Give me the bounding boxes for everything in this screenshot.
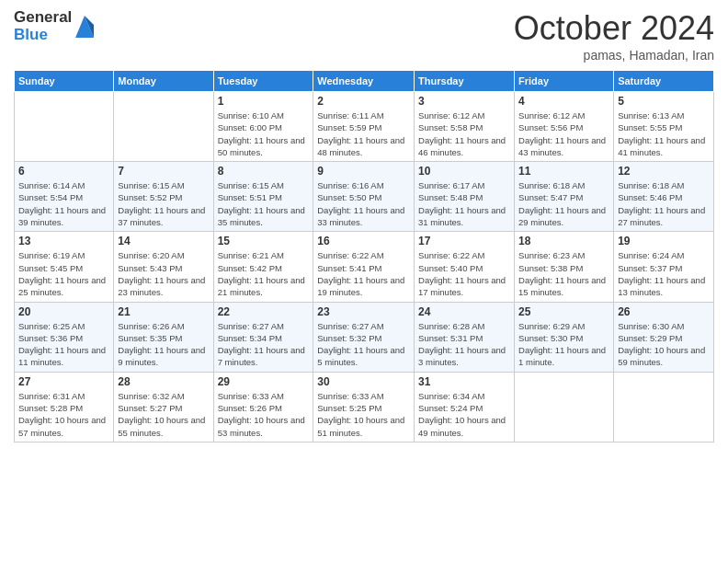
day-number: 18 — [518, 235, 609, 247]
calendar-cell: 3Sunrise: 6:12 AM Sunset: 5:58 PM Daylig… — [415, 92, 515, 162]
day-number: 25 — [518, 305, 609, 318]
logo-icon — [74, 12, 96, 38]
day-number: 24 — [418, 305, 510, 318]
day-detail: Sunrise: 6:27 AM Sunset: 5:34 PM Dayligh… — [218, 321, 305, 368]
day-number: 1 — [218, 95, 310, 108]
day-detail: Sunrise: 6:31 AM Sunset: 5:28 PM Dayligh… — [18, 391, 106, 438]
day-number: 12 — [618, 165, 710, 178]
day-number: 28 — [118, 375, 209, 388]
calendar-cell: 11Sunrise: 6:18 AM Sunset: 5:47 PM Dayli… — [515, 162, 614, 232]
calendar-cell: 15Sunrise: 6:21 AM Sunset: 5:42 PM Dayli… — [213, 232, 313, 302]
calendar-cell: 25Sunrise: 6:29 AM Sunset: 5:30 PM Dayli… — [515, 302, 614, 372]
calendar-header-cell: Friday — [515, 71, 614, 92]
day-number: 21 — [118, 305, 209, 318]
day-detail: Sunrise: 6:15 AM Sunset: 5:51 PM Dayligh… — [218, 180, 305, 227]
calendar-cell: 13Sunrise: 6:19 AM Sunset: 5:45 PM Dayli… — [15, 232, 114, 302]
day-number: 26 — [618, 305, 710, 318]
calendar-cell: 10Sunrise: 6:17 AM Sunset: 5:48 PM Dayli… — [415, 162, 515, 232]
logo-text: General Blue — [14, 9, 72, 43]
day-detail: Sunrise: 6:25 AM Sunset: 5:36 PM Dayligh… — [18, 321, 106, 368]
calendar-cell: 5Sunrise: 6:13 AM Sunset: 5:55 PM Daylig… — [614, 92, 714, 162]
day-number: 19 — [618, 235, 710, 247]
day-detail: Sunrise: 6:10 AM Sunset: 6:00 PM Dayligh… — [218, 110, 305, 157]
day-detail: Sunrise: 6:22 AM Sunset: 5:40 PM Dayligh… — [418, 250, 506, 297]
calendar-cell: 27Sunrise: 6:31 AM Sunset: 5:28 PM Dayli… — [15, 372, 114, 442]
day-number: 29 — [218, 375, 310, 388]
calendar-week-row: 1Sunrise: 6:10 AM Sunset: 6:00 PM Daylig… — [15, 92, 714, 162]
calendar-cell: 21Sunrise: 6:26 AM Sunset: 5:35 PM Dayli… — [114, 302, 213, 372]
calendar-cell: 14Sunrise: 6:20 AM Sunset: 5:43 PM Dayli… — [114, 232, 213, 302]
calendar-header-cell: Thursday — [415, 71, 515, 92]
day-detail: Sunrise: 6:32 AM Sunset: 5:27 PM Dayligh… — [118, 391, 205, 438]
day-number: 9 — [317, 165, 410, 178]
day-detail: Sunrise: 6:24 AM Sunset: 5:37 PM Dayligh… — [618, 250, 705, 297]
day-number: 4 — [518, 95, 609, 108]
calendar-cell: 9Sunrise: 6:16 AM Sunset: 5:50 PM Daylig… — [313, 162, 415, 232]
day-number: 10 — [418, 165, 510, 178]
day-number: 13 — [18, 235, 109, 247]
day-detail: Sunrise: 6:16 AM Sunset: 5:50 PM Dayligh… — [317, 180, 404, 227]
day-number: 7 — [118, 165, 209, 178]
day-number: 30 — [317, 375, 410, 388]
calendar-header-cell: Monday — [114, 71, 213, 92]
calendar-cell: 12Sunrise: 6:18 AM Sunset: 5:46 PM Dayli… — [614, 162, 714, 232]
calendar-cell: 7Sunrise: 6:15 AM Sunset: 5:52 PM Daylig… — [114, 162, 213, 232]
day-number: 22 — [218, 305, 310, 318]
month-title: October 2024 — [514, 9, 714, 48]
calendar-header-cell: Wednesday — [313, 71, 415, 92]
calendar-cell: 26Sunrise: 6:30 AM Sunset: 5:29 PM Dayli… — [614, 302, 714, 372]
day-detail: Sunrise: 6:21 AM Sunset: 5:42 PM Dayligh… — [218, 250, 305, 297]
calendar-header-cell: Sunday — [15, 71, 114, 92]
calendar-week-row: 20Sunrise: 6:25 AM Sunset: 5:36 PM Dayli… — [15, 302, 714, 372]
day-number: 2 — [317, 95, 410, 108]
day-number: 5 — [618, 95, 710, 108]
calendar-week-row: 6Sunrise: 6:14 AM Sunset: 5:54 PM Daylig… — [15, 162, 714, 232]
calendar-cell: 20Sunrise: 6:25 AM Sunset: 5:36 PM Dayli… — [15, 302, 114, 372]
calendar-cell — [114, 92, 213, 162]
day-number: 15 — [218, 235, 310, 247]
logo-general: General — [14, 9, 72, 27]
calendar-cell: 23Sunrise: 6:27 AM Sunset: 5:32 PM Dayli… — [313, 302, 415, 372]
calendar-cell: 1Sunrise: 6:10 AM Sunset: 6:00 PM Daylig… — [213, 92, 313, 162]
day-detail: Sunrise: 6:14 AM Sunset: 5:54 PM Dayligh… — [18, 180, 106, 227]
logo-blue: Blue — [14, 27, 72, 44]
title-area: October 2024 pamas, Hamadan, Iran — [514, 9, 714, 63]
calendar-cell — [515, 372, 614, 442]
day-detail: Sunrise: 6:20 AM Sunset: 5:43 PM Dayligh… — [118, 250, 205, 297]
calendar-week-row: 13Sunrise: 6:19 AM Sunset: 5:45 PM Dayli… — [15, 232, 714, 302]
day-number: 17 — [418, 235, 510, 247]
calendar-cell — [614, 372, 714, 442]
calendar-body: 1Sunrise: 6:10 AM Sunset: 6:00 PM Daylig… — [15, 92, 714, 442]
calendar-cell — [15, 92, 114, 162]
day-detail: Sunrise: 6:28 AM Sunset: 5:31 PM Dayligh… — [418, 321, 506, 368]
calendar-cell: 19Sunrise: 6:24 AM Sunset: 5:37 PM Dayli… — [614, 232, 714, 302]
day-number: 31 — [418, 375, 510, 388]
day-detail: Sunrise: 6:15 AM Sunset: 5:52 PM Dayligh… — [118, 180, 205, 227]
calendar-cell: 16Sunrise: 6:22 AM Sunset: 5:41 PM Dayli… — [313, 232, 415, 302]
calendar-cell: 4Sunrise: 6:12 AM Sunset: 5:56 PM Daylig… — [515, 92, 614, 162]
logo: General Blue — [14, 9, 96, 43]
day-detail: Sunrise: 6:33 AM Sunset: 5:26 PM Dayligh… — [218, 391, 305, 438]
day-number: 20 — [18, 305, 109, 318]
day-detail: Sunrise: 6:18 AM Sunset: 5:47 PM Dayligh… — [518, 180, 606, 227]
calendar-header-cell: Tuesday — [213, 71, 313, 92]
calendar-cell: 31Sunrise: 6:34 AM Sunset: 5:24 PM Dayli… — [415, 372, 515, 442]
day-number: 16 — [317, 235, 410, 247]
day-number: 8 — [218, 165, 310, 178]
day-detail: Sunrise: 6:19 AM Sunset: 5:45 PM Dayligh… — [18, 250, 106, 297]
day-detail: Sunrise: 6:22 AM Sunset: 5:41 PM Dayligh… — [317, 250, 404, 297]
day-number: 23 — [317, 305, 410, 318]
calendar-header-row: SundayMondayTuesdayWednesdayThursdayFrid… — [15, 71, 714, 92]
calendar-cell: 18Sunrise: 6:23 AM Sunset: 5:38 PM Dayli… — [515, 232, 614, 302]
day-detail: Sunrise: 6:12 AM Sunset: 5:56 PM Dayligh… — [518, 110, 606, 157]
calendar-cell: 8Sunrise: 6:15 AM Sunset: 5:51 PM Daylig… — [213, 162, 313, 232]
calendar-cell: 28Sunrise: 6:32 AM Sunset: 5:27 PM Dayli… — [114, 372, 213, 442]
calendar-week-row: 27Sunrise: 6:31 AM Sunset: 5:28 PM Dayli… — [15, 372, 714, 442]
day-detail: Sunrise: 6:18 AM Sunset: 5:46 PM Dayligh… — [618, 180, 705, 227]
day-number: 3 — [418, 95, 510, 108]
day-detail: Sunrise: 6:34 AM Sunset: 5:24 PM Dayligh… — [418, 391, 506, 438]
day-detail: Sunrise: 6:13 AM Sunset: 5:55 PM Dayligh… — [618, 110, 705, 157]
day-detail: Sunrise: 6:23 AM Sunset: 5:38 PM Dayligh… — [518, 250, 606, 297]
calendar-cell: 30Sunrise: 6:33 AM Sunset: 5:25 PM Dayli… — [313, 372, 415, 442]
calendar-cell: 17Sunrise: 6:22 AM Sunset: 5:40 PM Dayli… — [415, 232, 515, 302]
